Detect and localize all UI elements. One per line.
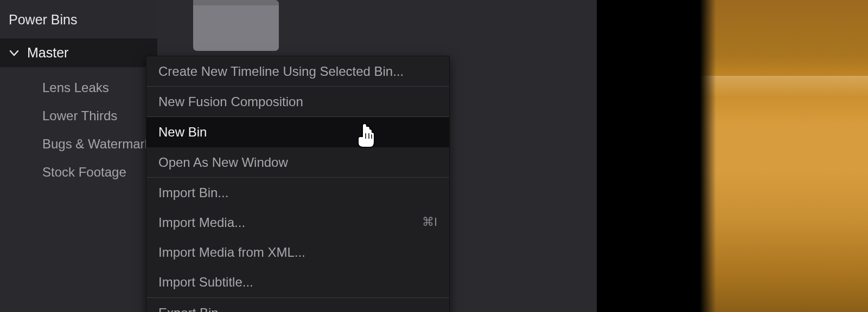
menu-item-import-bin[interactable]: Import Bin... xyxy=(146,178,449,207)
sidebar-item-lens-leaks[interactable]: Lens Leaks xyxy=(0,74,157,102)
context-menu: Create New Timeline Using Selected Bin..… xyxy=(146,56,450,312)
viewer-black-area xyxy=(597,0,700,312)
menu-item-label: New Fusion Composition xyxy=(158,93,303,110)
sidebar-item-master[interactable]: Master xyxy=(0,38,157,67)
menu-item-new-bin[interactable]: New Bin xyxy=(146,117,449,147)
menu-item-new-fusion-composition[interactable]: New Fusion Composition xyxy=(146,87,449,116)
sidebar-title: Power Bins xyxy=(0,0,157,38)
menu-item-open-as-new-window[interactable]: Open As New Window xyxy=(146,147,449,177)
sidebar-children: Lens Leaks Lower Thirds Bugs & Watermark… xyxy=(0,67,157,186)
viewer-panel xyxy=(597,0,868,312)
menu-item-label: Create New Timeline Using Selected Bin..… xyxy=(158,63,404,80)
viewer-frame xyxy=(700,0,868,312)
menu-item-label: Import Media from XML... xyxy=(158,244,305,261)
bins-sidebar: Power Bins Master Lens Leaks Lower Third… xyxy=(0,0,157,312)
menu-item-label: Export Bin... xyxy=(158,304,229,313)
chevron-down-icon xyxy=(7,48,22,58)
app-root: Power Bins Master Lens Leaks Lower Third… xyxy=(0,0,868,312)
folder-icon[interactable] xyxy=(190,0,282,54)
menu-item-label: New Bin xyxy=(158,123,207,140)
sidebar-item-bugs-watermarks[interactable]: Bugs & Watermarks xyxy=(0,130,157,158)
menu-item-export-bin[interactable]: Export Bin... xyxy=(146,298,449,313)
menu-item-label: Import Media... xyxy=(158,214,245,231)
sidebar-item-stock-footage[interactable]: Stock Footage xyxy=(0,158,157,186)
menu-item-label: Open As New Window xyxy=(158,154,288,171)
menu-item-create-timeline[interactable]: Create New Timeline Using Selected Bin..… xyxy=(146,56,449,86)
menu-item-label: Import Subtitle... xyxy=(158,274,253,290)
menu-item-import-media[interactable]: Import Media... ⌘I xyxy=(146,207,449,237)
menu-shortcut: ⌘I xyxy=(422,214,437,230)
menu-item-label: Import Bin... xyxy=(158,184,228,201)
sidebar-master-label: Master xyxy=(27,45,68,61)
menu-item-import-media-xml[interactable]: Import Media from XML... xyxy=(146,237,449,267)
sidebar-item-lower-thirds[interactable]: Lower Thirds xyxy=(0,102,157,130)
menu-item-import-subtitle[interactable]: Import Subtitle... xyxy=(146,267,449,297)
